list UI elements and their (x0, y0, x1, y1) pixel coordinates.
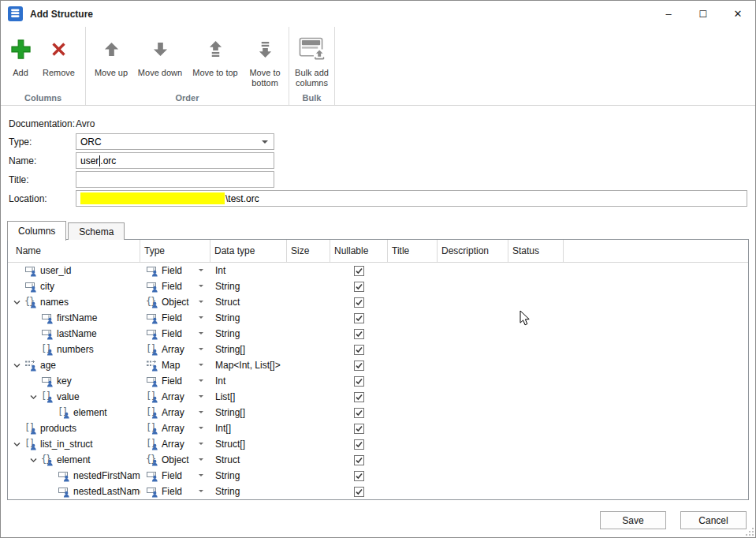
table-row[interactable]: {} element {} Object Struct (8, 452, 748, 468)
row-description[interactable] (438, 405, 508, 420)
row-type-dropdown[interactable]: Field (140, 278, 210, 294)
row-datatype[interactable]: String (210, 326, 287, 342)
row-datatype[interactable]: String[] (210, 405, 287, 420)
row-name-cell[interactable]: nestedFirstName (8, 468, 140, 484)
chevron-down-icon[interactable] (29, 344, 41, 355)
nullable-checkbox[interactable] (354, 471, 364, 481)
row-status[interactable] (508, 326, 564, 342)
maximize-button[interactable]: ☐ (686, 1, 721, 27)
move-to-top-button[interactable]: Move to top (187, 31, 244, 78)
row-name-cell[interactable]: lastName (8, 326, 140, 342)
row-type-dropdown[interactable]: Field (140, 326, 210, 342)
chevron-down-icon[interactable] (13, 297, 24, 308)
move-up-button[interactable]: Move up (89, 31, 133, 78)
nullable-checkbox[interactable] (354, 408, 364, 418)
chevron-down-icon[interactable] (29, 391, 41, 402)
chevron-down-icon[interactable] (29, 328, 41, 339)
table-row[interactable]: lastName Field String (8, 326, 748, 342)
row-datatype[interactable]: String (210, 310, 287, 326)
chevron-down-icon[interactable] (13, 265, 24, 276)
column-header-nullable[interactable]: Nullable (330, 240, 388, 262)
table-row[interactable]: [] products [] Array Int[] (8, 420, 748, 436)
table-row[interactable]: age Map Map<Int, List[]> (8, 357, 748, 373)
row-datatype[interactable]: Int (210, 263, 287, 278)
row-title[interactable] (388, 342, 438, 357)
tab-columns[interactable]: Columns (7, 221, 66, 241)
row-title[interactable] (388, 294, 438, 310)
row-size[interactable] (287, 436, 330, 452)
bulk-add-columns-button[interactable]: Bulk add columns (289, 31, 334, 88)
row-name-cell[interactable]: age (8, 357, 140, 373)
row-status[interactable] (508, 468, 564, 484)
row-status[interactable] (508, 373, 564, 389)
row-status[interactable] (508, 310, 564, 326)
row-name-cell[interactable]: nestedLastName (8, 484, 140, 499)
row-status[interactable] (508, 263, 564, 278)
nullable-checkbox[interactable] (354, 392, 364, 402)
row-size[interactable] (287, 389, 330, 405)
nullable-checkbox[interactable] (354, 361, 364, 371)
row-name-cell[interactable]: [] list_in_struct (8, 436, 140, 452)
row-description[interactable] (438, 263, 508, 278)
row-datatype[interactable]: String (210, 484, 287, 499)
row-name-cell[interactable]: [] numbers (8, 342, 140, 357)
table-row[interactable]: [] list_in_struct [] Array Struct[] (8, 436, 748, 452)
row-size[interactable] (287, 310, 330, 326)
row-title[interactable] (388, 310, 438, 326)
chevron-down-icon[interactable] (13, 281, 24, 292)
nullable-checkbox[interactable] (354, 487, 364, 497)
row-status[interactable] (508, 357, 564, 373)
row-size[interactable] (287, 294, 330, 310)
column-header-title[interactable]: Title (388, 240, 438, 262)
row-size[interactable] (287, 326, 330, 342)
row-size[interactable] (287, 373, 330, 389)
row-status[interactable] (508, 342, 564, 357)
row-name-cell[interactable]: key (8, 373, 140, 389)
column-header-description[interactable]: Description (438, 240, 508, 262)
row-name-cell[interactable]: [] element (8, 405, 140, 420)
resize-grip-icon[interactable] (746, 528, 754, 536)
row-name-cell[interactable]: user_id (8, 263, 140, 278)
chevron-down-icon[interactable] (29, 312, 41, 323)
row-description[interactable] (438, 484, 508, 499)
row-title[interactable] (388, 436, 438, 452)
row-title[interactable] (388, 278, 438, 294)
row-description[interactable] (438, 278, 508, 294)
row-name-cell[interactable]: [] products (8, 420, 140, 436)
nullable-checkbox[interactable] (354, 329, 364, 339)
row-size[interactable] (287, 420, 330, 436)
row-description[interactable] (438, 357, 508, 373)
row-title[interactable] (388, 357, 438, 373)
row-size[interactable] (287, 468, 330, 484)
nullable-checkbox[interactable] (354, 455, 364, 465)
title-bar[interactable]: Add Structure – ☐ ✕ (1, 1, 755, 28)
nullable-checkbox[interactable] (354, 345, 364, 355)
row-name-cell[interactable]: [] value (8, 389, 140, 405)
chevron-down-icon[interactable] (13, 360, 24, 371)
row-type-dropdown[interactable]: Field (140, 373, 210, 389)
row-datatype[interactable]: Struct[] (210, 436, 287, 452)
row-name-cell[interactable]: {} element (8, 452, 140, 468)
remove-button[interactable]: Remove (37, 31, 80, 78)
row-size[interactable] (287, 405, 330, 420)
row-status[interactable] (508, 484, 564, 499)
add-button[interactable]: Add (4, 31, 37, 78)
row-type-dropdown[interactable]: [] Array (140, 420, 210, 436)
row-description[interactable] (438, 420, 508, 436)
row-status[interactable] (508, 405, 564, 420)
row-datatype[interactable]: String (210, 468, 287, 484)
row-description[interactable] (438, 436, 508, 452)
table-row[interactable]: {} names {} Object Struct (8, 294, 748, 310)
row-size[interactable] (287, 278, 330, 294)
row-datatype[interactable]: List[] (210, 389, 287, 405)
row-type-dropdown[interactable]: {} Object (140, 294, 210, 310)
title-input[interactable] (76, 171, 274, 188)
close-button[interactable]: ✕ (721, 1, 755, 27)
row-type-dropdown[interactable]: Map (140, 357, 210, 373)
save-button[interactable]: Save (600, 511, 666, 529)
nullable-checkbox[interactable] (354, 376, 364, 387)
row-datatype[interactable]: Struct (210, 294, 287, 310)
chevron-down-icon[interactable] (29, 375, 41, 387)
row-status[interactable] (508, 420, 564, 436)
row-type-dropdown[interactable]: [] Array (140, 389, 210, 405)
